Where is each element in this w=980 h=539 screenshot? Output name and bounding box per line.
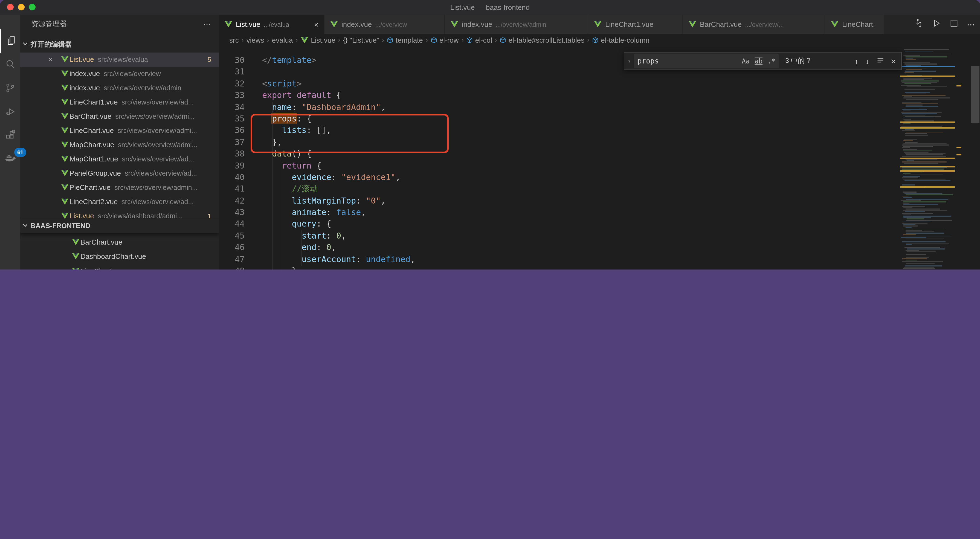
breadcrumb-item[interactable]: template (387, 36, 423, 44)
editor-tab[interactable]: index.vue.../overview/admin (445, 15, 588, 34)
compare-changes-icon[interactable] (914, 19, 924, 30)
breadcrumb-item[interactable]: {}"List.vue" (343, 36, 379, 44)
run-file-icon[interactable] (932, 19, 941, 30)
close-icon[interactable]: × (310, 20, 318, 29)
open-editor-row[interactable]: index.vuesrc/views/overview/admin (20, 81, 219, 95)
sidebar-more-actions-icon[interactable]: ⋯ (203, 15, 211, 33)
minimap-line (902, 261, 942, 262)
project-section-header[interactable]: BAAS-FRONTEND (20, 219, 219, 233)
breadcrumb-item[interactable]: src (229, 36, 239, 44)
minimap-line (903, 114, 924, 116)
find-in-selection-icon[interactable] (877, 56, 884, 66)
indent-guide (302, 231, 302, 266)
close-icon[interactable]: × (48, 52, 52, 67)
open-editor-row[interactable]: LineChart2.vuesrc/views/overview/ad... (20, 195, 219, 209)
minimap-line (904, 120, 934, 121)
breadcrumb-separator: › (382, 36, 384, 44)
minimap-line (904, 204, 938, 205)
minimap-line (903, 54, 951, 54)
open-editor-row[interactable]: BarChart.vuesrc/views/overview/admi... (20, 110, 219, 124)
minimap-line (905, 135, 928, 135)
minimap-line (905, 133, 927, 134)
editor-tab[interactable]: List.vue.../evalua× (219, 15, 324, 34)
minimap-line (902, 164, 935, 165)
minimap-line (901, 237, 926, 238)
close-find-icon[interactable]: × (891, 57, 896, 65)
editor-tab[interactable]: BarChart.vue.../overview/... (683, 15, 825, 34)
vue-file-icon (301, 37, 309, 43)
tree-file-row[interactable]: BarChart.vue (20, 235, 219, 250)
minimap-line (903, 234, 916, 235)
editor-tab[interactable]: LineChart1.vue (588, 15, 682, 34)
minimap[interactable] (900, 46, 955, 269)
find-input[interactable]: props Aa ab .* (634, 54, 779, 68)
regex-icon[interactable]: .* (767, 57, 775, 65)
code-line: lists: [], (262, 125, 880, 137)
minimap-line (905, 59, 916, 60)
code-line: export default { (262, 90, 880, 102)
more-actions-icon[interactable]: ⋯ (967, 19, 975, 29)
minimap-line (905, 51, 933, 51)
match-case-icon[interactable]: Aa (742, 57, 749, 65)
vue-file-icon (61, 156, 69, 164)
whole-word-icon[interactable]: ab (754, 57, 762, 65)
open-editors-section-header[interactable]: 打开的编辑器 (20, 37, 219, 51)
vertical-scrollbar[interactable] (955, 46, 980, 269)
editor-tab[interactable]: LineChart. (825, 15, 884, 34)
breadcrumb-item[interactable]: views (247, 36, 264, 44)
search-icon[interactable] (0, 52, 20, 76)
minimap-line (902, 113, 937, 114)
tree-file-row[interactable]: LineChart.vue (20, 264, 219, 269)
code-line: evidence: "evidence1", (262, 172, 880, 184)
minimap-line (902, 102, 921, 103)
open-editor-row[interactable]: PieChart.vuesrc/views/overview/admin... (20, 181, 219, 195)
minimap-find-match (900, 121, 955, 123)
breadcrumb-item[interactable]: List.vue (301, 36, 336, 44)
minimap-line (902, 169, 944, 170)
vue-file-icon (450, 21, 458, 28)
breadcrumb-separator: › (587, 36, 589, 44)
breadcrumb-item[interactable]: el-table-column (592, 36, 649, 44)
source-control-icon[interactable]: 61 (0, 76, 20, 100)
split-editor-icon[interactable] (949, 19, 959, 30)
code-editor[interactable]: 3031323334353637383940414243444546474849… (219, 46, 900, 269)
editor-tab[interactable]: index.vue.../overview (325, 15, 444, 34)
open-editor-row[interactable]: LineChart.vuesrc/views/overview/admi... (20, 124, 219, 138)
breadcrumb-item[interactable]: el-col (466, 36, 492, 44)
minimap-find-match (900, 186, 955, 188)
minimap-line (906, 93, 926, 94)
minimap-line (904, 214, 911, 215)
code-line: end: 0, (262, 242, 880, 254)
tree-file-row[interactable]: DashboardChart.vue (20, 250, 219, 264)
open-editor-row[interactable]: index.vuesrc/views/overview (20, 67, 219, 81)
indent-guide (292, 172, 292, 269)
explorer-icon[interactable] (0, 29, 21, 53)
previous-match-icon[interactable]: ↑ (855, 57, 859, 65)
symbol-braces-icon: {} (343, 36, 347, 44)
next-match-icon[interactable]: ↓ (865, 57, 869, 65)
minimap-line (905, 83, 931, 84)
minimap-line (902, 145, 949, 145)
vscode-window: List.vue — baas-frontend 61 (0, 0, 980, 269)
toggle-replace-chevron-icon[interactable]: › (624, 57, 634, 65)
code-line: animate: false, (262, 207, 880, 219)
minimap-find-match (900, 166, 955, 167)
minimap-line (902, 148, 910, 148)
open-editor-row[interactable]: MapChart.vuesrc/views/overview/admi... (20, 138, 219, 152)
minimap-line (906, 244, 912, 245)
open-editor-row[interactable]: MapChart1.vuesrc/views/overview/ad... (20, 152, 219, 166)
breadcrumb-item[interactable]: el-row (431, 36, 459, 44)
minimap-line (903, 173, 911, 174)
minimap-line (906, 194, 953, 195)
open-editor-row[interactable]: ×List.vuesrc/views/evalua5 (20, 52, 219, 67)
open-editor-row[interactable]: PanelGroup.vuesrc/views/overview/ad... (20, 166, 219, 181)
breadcrumb-item[interactable]: el-table#scrollList.tables (500, 36, 584, 44)
sidebar-title: 资源管理器 (31, 15, 67, 33)
scrollbar-slider[interactable] (971, 66, 980, 123)
run-debug-icon[interactable] (0, 100, 20, 124)
code-line: //滚动 (262, 184, 880, 196)
extensions-icon[interactable] (0, 123, 20, 147)
breadcrumb-item[interactable]: evalua (272, 36, 293, 44)
scm-changes-badge: 61 (14, 148, 26, 157)
open-editor-row[interactable]: LineChart1.vuesrc/views/overview/ad... (20, 95, 219, 110)
